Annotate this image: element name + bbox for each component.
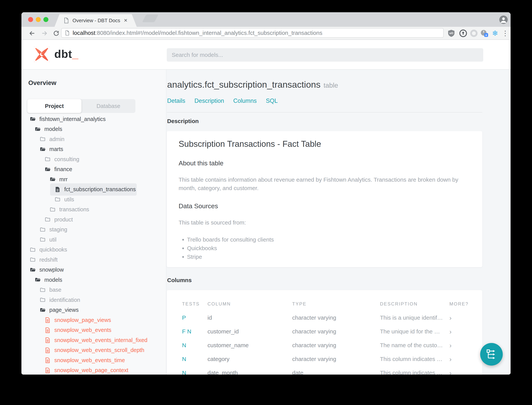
new-tab-button[interactable] — [142, 14, 158, 22]
power-x-icon[interactable]: x — [480, 29, 488, 38]
tree-item-snowplow_web_events[interactable]: snowplow_web_events — [21, 325, 166, 335]
tree-item-models[interactable]: models — [21, 275, 166, 285]
source-item: Trello boards for consulting clients — [187, 235, 470, 244]
tree-item-label: snowplow_web_page_context — [54, 367, 128, 373]
close-window-button[interactable] — [28, 17, 33, 22]
folder-closed-icon — [29, 247, 36, 253]
brand-wordmark: dbt_ — [54, 47, 79, 60]
app-header: dbt_ — [21, 40, 511, 70]
document-icon — [65, 30, 70, 36]
page-favicon-icon — [64, 17, 69, 24]
chevron-right-icon[interactable]: › — [449, 342, 475, 349]
column-header-description: DESCRIPTION — [380, 301, 449, 307]
chevron-right-icon[interactable]: › — [449, 355, 475, 363]
file-outline-icon — [44, 347, 51, 353]
column-row-category[interactable]: Ncategorycharacter varyingThis column in… — [167, 352, 482, 366]
column-tests: P — [182, 314, 208, 321]
search-input[interactable] — [167, 48, 483, 62]
tree-item-label: transactions — [59, 206, 89, 213]
back-button[interactable] — [29, 30, 35, 37]
ublock-shield-icon[interactable]: uO — [447, 29, 455, 38]
tree-item-snowplow_web_events_scroll_depth[interactable]: snowplow_web_events_scroll_depth — [21, 345, 166, 355]
folder-closed-icon — [29, 256, 36, 263]
nav-link-description[interactable]: Description — [195, 97, 224, 104]
column-description: The name of the custo… — [380, 342, 449, 349]
tree-item-staging[interactable]: staging — [21, 225, 166, 235]
folder-closed-icon — [39, 136, 46, 142]
folder-open-icon — [44, 166, 51, 173]
column-header-tests: TESTS — [182, 301, 208, 307]
folder-open-icon — [29, 267, 36, 273]
tree-item-snowplow[interactable]: snowplow — [21, 265, 166, 275]
tree-item-transactions[interactable]: transactions — [21, 205, 166, 215]
tree-item-snowplow_page_views[interactable]: snowplow_page_views — [21, 315, 166, 325]
tree-item-label: fct_subscription_transactions — [64, 186, 136, 193]
tree-item-marts[interactable]: marts — [21, 144, 166, 155]
tab-project[interactable]: Project — [27, 99, 81, 113]
column-row-id[interactable]: Pidcharacter varyingThis is a unique ide… — [167, 311, 482, 325]
tree-item-quickbooks[interactable]: quickbooks — [21, 245, 166, 255]
tree-item-label: utils — [64, 196, 74, 203]
lineage-graph-fab[interactable] — [480, 343, 503, 365]
tree-item-redshift[interactable]: redshift — [21, 255, 166, 265]
column-row-date_month[interactable]: Ndate_monthdateThis column indicates …› — [167, 366, 482, 375]
nav-link-sql[interactable]: SQL — [266, 97, 278, 104]
column-type: character varying — [292, 356, 380, 362]
tab-close-icon[interactable]: ✕ — [124, 18, 128, 23]
tree-item-base[interactable]: base — [21, 285, 166, 295]
file-outline-icon — [44, 357, 51, 364]
browser-menu-dots-icon[interactable]: ⋮ — [501, 29, 509, 38]
folder-closed-icon — [39, 287, 46, 293]
reload-button[interactable] — [53, 30, 59, 37]
tree-item-util[interactable]: util — [21, 235, 166, 245]
folder-open-icon — [39, 146, 46, 153]
nav-link-columns[interactable]: Columns — [233, 97, 257, 104]
onepassword-icon[interactable] — [459, 29, 467, 38]
address-bar[interactable]: localhost:8080/index.html#!/model/model.… — [61, 28, 444, 38]
tree-item-consulting[interactable]: consulting — [21, 154, 166, 164]
column-description: This column indicates … — [380, 370, 449, 375]
tree-item-label: snowplow_web_events_time — [54, 357, 125, 364]
forward-button[interactable] — [41, 30, 48, 37]
browser-tab[interactable]: Overview - DBT Docs ✕ — [54, 14, 137, 27]
column-row-customer_name[interactable]: Ncustomer_namecharacter varyingThe name … — [167, 338, 482, 352]
chevron-right-icon[interactable]: › — [449, 314, 475, 322]
tab-database[interactable]: Database — [81, 99, 136, 113]
column-type: character varying — [292, 314, 380, 321]
tree-item-admin[interactable]: admin — [21, 134, 166, 144]
tab-title: Overview - DBT Docs — [72, 18, 121, 24]
sidebar-tab-switcher: Project Database — [27, 99, 135, 113]
file-outline-icon — [44, 337, 51, 343]
tree-item-product[interactable]: product — [21, 215, 166, 225]
extension-disc-icon[interactable] — [470, 29, 478, 38]
nav-link-details[interactable]: Details — [167, 97, 185, 104]
column-row-customer_id[interactable]: F Ncustomer_idcharacter varyingThe uniqu… — [167, 325, 482, 338]
tree-item-fct_subscription_transactions[interactable]: fct_subscription_transactions — [21, 184, 166, 195]
tree-item-snowplow_web_events_internal_fixed[interactable]: snowplow_web_events_internal_fixed — [21, 335, 166, 345]
tree-item-label: snowplow_web_events_scroll_depth — [54, 347, 144, 353]
tree-item-models[interactable]: models — [21, 124, 166, 134]
folder-closed-icon — [54, 196, 61, 203]
tree-item-fishtown_internal_analytics[interactable]: fishtown_internal_analytics — [21, 114, 166, 124]
folder-open-icon — [39, 307, 46, 313]
chevron-right-icon[interactable]: › — [449, 328, 475, 335]
columns-section-heading: Columns — [167, 277, 192, 284]
tree-item-snowplow_web_events_time[interactable]: snowplow_web_events_time — [21, 355, 166, 365]
minimize-window-button[interactable] — [36, 17, 41, 22]
tree-item-snowplow_web_page_context[interactable]: snowplow_web_page_context — [21, 365, 166, 375]
snowflake-icon[interactable]: ❄ — [491, 29, 499, 38]
tree-item-label: snowplow_page_views — [54, 317, 111, 323]
tree-item-mrr[interactable]: mrr — [21, 174, 166, 184]
tree-item-label: base — [49, 287, 61, 293]
tree-item-utils[interactable]: utils — [21, 195, 166, 205]
folder-closed-icon — [39, 236, 46, 243]
sidebar-heading: Overview — [28, 79, 56, 87]
zoom-window-button[interactable] — [43, 17, 48, 22]
tree-item-finance[interactable]: finance — [21, 164, 166, 175]
source-item: Stripe — [187, 252, 470, 261]
chevron-right-icon[interactable]: › — [449, 369, 475, 375]
tree-item-page_views[interactable]: page_views — [21, 305, 166, 315]
browser-profile-avatar[interactable] — [499, 15, 508, 24]
folder-closed-icon — [39, 297, 46, 303]
tree-item-identification[interactable]: identification — [21, 295, 166, 305]
